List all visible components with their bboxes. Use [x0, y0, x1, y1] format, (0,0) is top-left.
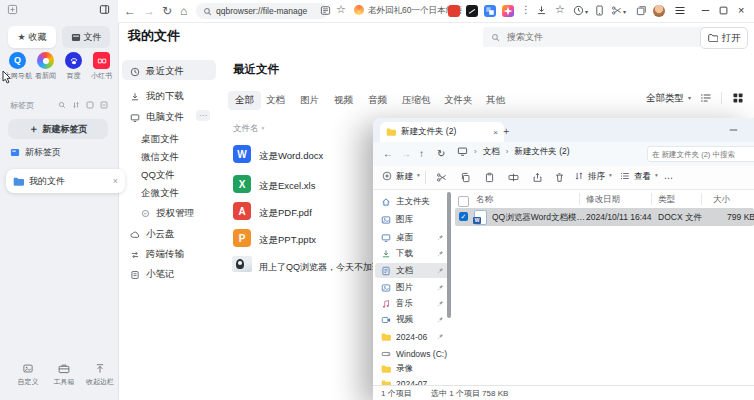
- minimize-icon[interactable]: [701, 6, 710, 15]
- history-icon[interactable]: [573, 5, 584, 16]
- list-view-icon[interactable]: [700, 92, 712, 104]
- breadcrumb-documents[interactable]: 文档: [483, 147, 500, 156]
- breadcrumb-current-folder[interactable]: 新建文件夹 (2): [514, 147, 569, 156]
- grid-view-icon[interactable]: [732, 92, 744, 104]
- filter-tab-folders[interactable]: 文件夹: [444, 94, 473, 107]
- nav-recent-files[interactable]: 最近文件: [130, 65, 184, 78]
- download-icon[interactable]: [536, 5, 547, 16]
- quick-link-xiaohongshu[interactable]: 小红书: [88, 52, 115, 79]
- toolbox-button[interactable]: 工具箱: [46, 363, 82, 387]
- sidebar-item-recordings[interactable]: 录像: [375, 361, 451, 376]
- back-icon[interactable]: ←: [383, 149, 393, 159]
- new-button[interactable]: 新建 ▾: [382, 171, 420, 181]
- filter-tab-all[interactable]: 全部: [228, 91, 261, 110]
- paste-icon[interactable]: [484, 172, 495, 183]
- nav-wecom-files[interactable]: 企微文件: [141, 187, 179, 200]
- extension-icon-3[interactable]: [484, 5, 496, 17]
- extension-icon-2[interactable]: [466, 5, 478, 17]
- sidebar-item-folder-2024-06[interactable]: 2024-06: [375, 329, 451, 344]
- panel-toggle-icon[interactable]: [99, 4, 110, 15]
- column-header-filename[interactable]: 文件名 ▾: [233, 124, 264, 133]
- explorer-tab[interactable]: 新建文件夹 (2) ×: [380, 122, 504, 142]
- open-button[interactable]: 打开: [700, 27, 748, 49]
- sidebar-item-desktop[interactable]: 桌面: [375, 230, 451, 245]
- close-tab-icon[interactable]: ×: [493, 128, 498, 137]
- maximize-icon[interactable]: [719, 6, 728, 15]
- new-tab-icon[interactable]: ＋: [501, 126, 511, 136]
- up-icon[interactable]: ↑: [419, 149, 424, 159]
- nav-my-downloads[interactable]: 我的下载: [130, 90, 184, 103]
- multi-window-icon[interactable]: [636, 5, 647, 16]
- column-size[interactable]: 大小: [713, 194, 730, 206]
- app-tray-icon[interactable]: [7, 4, 18, 15]
- sidebar-item-gallery[interactable]: 图库: [375, 212, 451, 227]
- nav-cloud-drive[interactable]: 小云盘: [130, 228, 175, 241]
- cut-icon[interactable]: [436, 172, 447, 183]
- filter-tab-audio[interactable]: 音频: [368, 94, 387, 107]
- tab-files[interactable]: 文件: [62, 26, 110, 48]
- extension-icon-1[interactable]: [448, 5, 460, 17]
- sidebar-item-home[interactable]: 主文件夹: [375, 194, 451, 209]
- filter-tab-images[interactable]: 图片: [300, 94, 319, 107]
- file-search-box[interactable]: [483, 27, 707, 47]
- nav-more-icon[interactable]: ⋯: [196, 110, 210, 121]
- nav-wechat-files[interactable]: 微信文件: [141, 151, 179, 164]
- file-search-input[interactable]: [505, 31, 669, 43]
- search-tabs-icon[interactable]: [58, 101, 66, 109]
- filter-tab-videos[interactable]: 视频: [334, 94, 353, 107]
- nav-desktop-files[interactable]: 桌面文件: [141, 133, 179, 146]
- sort-button[interactable]: 排序 ▾: [574, 171, 612, 181]
- menu-icon[interactable]: [674, 5, 686, 16]
- filter-tab-docs[interactable]: 文档: [266, 94, 285, 107]
- sidebar-item-downloads[interactable]: 下载: [375, 246, 451, 261]
- home-icon[interactable]: ⌂: [180, 4, 187, 18]
- sidebar-item-windows-c[interactable]: Windows (C:): [375, 346, 451, 361]
- select-all-checkbox[interactable]: [458, 196, 469, 207]
- hot-search[interactable]: 老外回礼60一个日本红薯: [354, 5, 462, 15]
- extensions-more-icon[interactable]: ⋮: [521, 5, 531, 15]
- collapse-tabs-icon[interactable]: [100, 101, 108, 109]
- address-bar[interactable]: qqbrowser://file-manage: [196, 3, 328, 19]
- sort-tabs-icon[interactable]: [72, 101, 80, 109]
- close-window-icon[interactable]: ×: [738, 5, 744, 16]
- nav-computer-files[interactable]: 电脑文件: [130, 111, 184, 124]
- explorer-search-input[interactable]: [647, 146, 754, 162]
- nav-cross-device-transfer[interactable]: 跨端传输: [130, 248, 184, 261]
- nav-qq-files[interactable]: QQ文件: [141, 169, 175, 182]
- type-filter-dropdown[interactable]: 全部类型 ▾: [646, 93, 691, 103]
- new-tab-button[interactable]: ＋ 新建标签页: [8, 119, 108, 139]
- nav-notes[interactable]: 小笔记: [130, 268, 175, 281]
- quick-link-news[interactable]: 看新闻: [32, 52, 59, 79]
- forward-icon[interactable]: →: [401, 149, 411, 159]
- customize-button[interactable]: 自定义: [10, 363, 46, 387]
- quick-link-baidu[interactable]: 百度: [60, 52, 87, 79]
- column-name[interactable]: 名称: [476, 194, 493, 206]
- extension-icon-4[interactable]: [502, 5, 514, 17]
- favorites-star-icon[interactable]: ☆: [555, 4, 565, 15]
- file-row-selected[interactable]: ✓ W QQ浏览器Word文档模板，高效办公... 2024/10/11 16:…: [455, 208, 754, 226]
- refresh-icon[interactable]: ↻: [437, 149, 445, 159]
- phone-connect-icon[interactable]: [595, 5, 604, 16]
- delete-icon[interactable]: [554, 172, 565, 183]
- collapse-sidebar-button[interactable]: 收起边栏: [82, 363, 118, 387]
- copy-icon[interactable]: [460, 172, 471, 183]
- tab-favorites[interactable]: ★ 收藏: [8, 26, 56, 48]
- bookmark-star-icon[interactable]: ☆: [336, 4, 346, 15]
- reader-mode-icon[interactable]: [320, 5, 331, 16]
- close-tab-icon[interactable]: ×: [113, 176, 118, 186]
- column-type[interactable]: 类型: [658, 194, 675, 206]
- sidebar-scrollbar[interactable]: [447, 192, 451, 318]
- back-icon[interactable]: ←: [124, 4, 136, 18]
- share-icon[interactable]: [532, 172, 543, 183]
- sidebar-item-documents[interactable]: 文档: [375, 263, 451, 278]
- view-button[interactable]: 查看 ▾: [620, 171, 658, 181]
- sidebar-item-videos[interactable]: 视频: [375, 312, 451, 327]
- explorer-minimize-icon[interactable]: [729, 128, 738, 132]
- history-caret-icon[interactable]: ▾: [585, 9, 588, 15]
- new-window-icon[interactable]: [86, 101, 94, 109]
- more-commands-icon[interactable]: ⋯: [664, 174, 673, 183]
- screenshot-icon[interactable]: [611, 5, 622, 16]
- breadcrumb[interactable]: › 文档 › 新建文件夹 (2): [457, 146, 570, 157]
- avatar[interactable]: [653, 5, 665, 17]
- sidebar-item-pictures[interactable]: 图片: [375, 280, 451, 295]
